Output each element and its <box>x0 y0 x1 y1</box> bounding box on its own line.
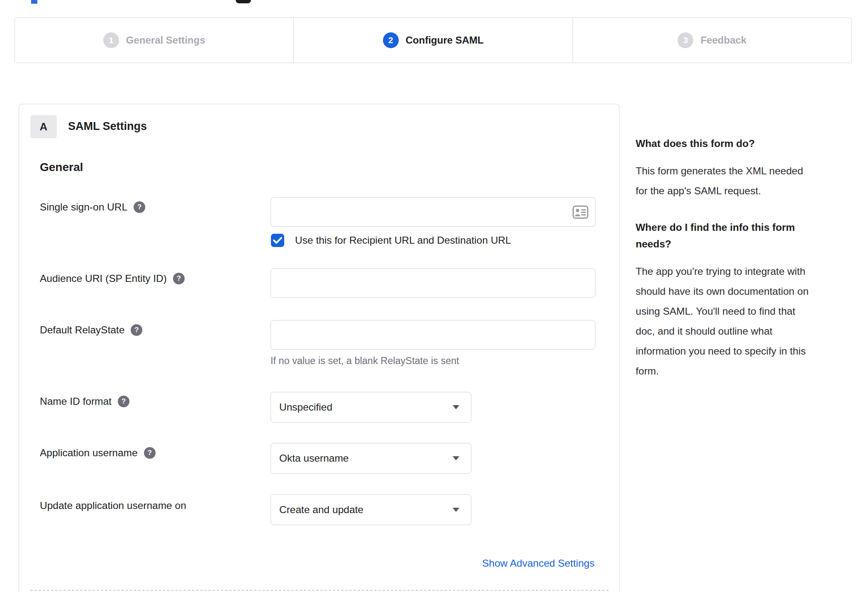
audience-uri-input[interactable] <box>271 268 595 298</box>
application-username-label: Application username ? <box>40 446 156 460</box>
application-username-select[interactable]: Okta username <box>271 443 471 474</box>
select-value: Okta username <box>279 453 349 464</box>
relaystate-hint: If no value is set, a blank RelayState i… <box>271 355 459 367</box>
step-label: Feedback <box>700 34 746 46</box>
show-advanced-settings-link[interactable]: Show Advanced Settings <box>482 558 595 569</box>
default-relaystate-label: Default RelayState ? <box>40 323 142 337</box>
select-value: Unspecified <box>279 401 332 413</box>
section-a-badge: A <box>30 115 57 138</box>
step-feedback[interactable]: 3 Feedback <box>573 18 851 63</box>
step-label: General Settings <box>126 34 205 46</box>
dropdown-caret-icon <box>453 508 459 512</box>
wizard-stepper: 1 General Settings 2 Configure SAML 3 Fe… <box>15 17 852 63</box>
help-body: This form generates the XML needed for t… <box>636 161 868 201</box>
step-number-badge: 3 <box>678 32 693 48</box>
default-relaystate-input[interactable] <box>271 320 595 350</box>
step-general-settings[interactable]: 1 General Settings <box>15 18 293 63</box>
help-icon[interactable]: ? <box>173 273 185 284</box>
step-number-badge: 1 <box>103 32 119 48</box>
recipient-destination-checkbox-label[interactable]: Use this for Recipient URL and Destinati… <box>295 234 511 247</box>
cutoff-dark-fragment <box>236 0 251 3</box>
dropdown-caret-icon <box>453 456 459 460</box>
saml-settings-panel: A SAML Settings General Single sign-on U… <box>19 104 619 592</box>
help-section-where: Where do I find the info this form needs… <box>636 219 868 381</box>
field-label-text: Update application username on <box>40 500 186 511</box>
help-icon[interactable]: ? <box>131 324 142 336</box>
group-title-general: General <box>40 161 83 174</box>
step-label: Configure SAML <box>406 34 484 46</box>
help-heading: What does this form do? <box>636 135 868 152</box>
section-dashed-divider <box>30 590 609 591</box>
name-id-format-label: Name ID format ? <box>40 394 129 409</box>
step-number-badge: 2 <box>383 32 399 48</box>
field-label-text: Name ID format <box>40 396 112 407</box>
select-value: Create and update <box>279 504 363 516</box>
name-id-format-select[interactable]: Unspecified <box>271 392 471 423</box>
sso-url-label: Single sign-on URL ? <box>40 200 145 214</box>
field-label-text: Application username <box>40 447 138 459</box>
contact-card-icon[interactable] <box>573 205 588 219</box>
help-body: The app you're trying to integrate with … <box>636 262 868 381</box>
checkmark-icon <box>273 237 282 244</box>
cutoff-blue-fragment <box>31 0 37 4</box>
update-app-username-label: Update application username on <box>40 499 186 513</box>
field-label-text: Audience URI (SP Entity ID) <box>40 273 167 284</box>
audience-uri-label: Audience URI (SP Entity ID) ? <box>40 272 185 286</box>
help-heading: Where do I find the info this form needs… <box>636 219 868 252</box>
field-label-text: Single sign-on URL <box>40 201 127 213</box>
recipient-destination-checkbox[interactable] <box>271 234 284 247</box>
field-label-text: Default RelayState <box>40 324 124 336</box>
help-sidebar: What does this form do? This form genera… <box>636 135 868 381</box>
help-icon[interactable]: ? <box>134 201 145 213</box>
sso-url-input[interactable] <box>271 197 595 227</box>
section-title: SAML Settings <box>68 120 147 133</box>
step-configure-saml[interactable]: 2 Configure SAML <box>293 18 572 63</box>
help-icon[interactable]: ? <box>144 447 156 459</box>
help-section-what: What does this form do? This form genera… <box>636 135 868 201</box>
dropdown-caret-icon <box>453 405 459 409</box>
update-app-username-select[interactable]: Create and update <box>271 494 471 525</box>
help-icon[interactable]: ? <box>118 396 129 407</box>
